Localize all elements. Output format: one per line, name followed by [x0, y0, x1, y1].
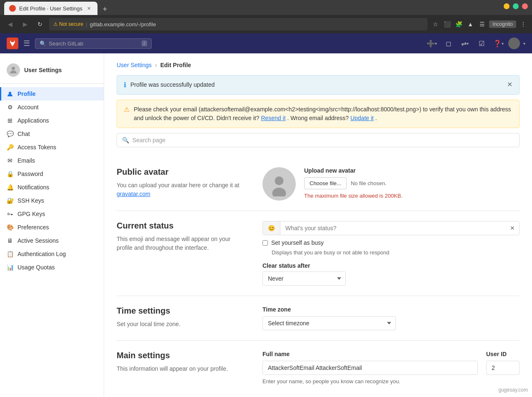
fullname-input[interactable]	[262, 361, 478, 375]
minimize-button[interactable]: —	[504, 3, 510, 9]
file-size-info: The maximum file size allowed is 200KB.	[304, 193, 402, 199]
userid-label: User ID	[486, 351, 520, 357]
settings-sidebar: User Settings Profile ⚙ Account ⊞ Applic…	[0, 53, 104, 397]
avatar-section: Public avatar You can upload your avatar…	[117, 157, 520, 211]
close-button[interactable]: ✕	[522, 3, 528, 9]
extension-icon-2[interactable]: 🧩	[454, 20, 463, 29]
sidebar-label-applications: Applications	[17, 117, 49, 124]
search-page-input[interactable]: 🔍 Search page	[117, 133, 520, 147]
upload-label: Upload new avatar	[304, 167, 402, 174]
resend-link[interactable]: Resend it	[261, 115, 285, 121]
status-text-input[interactable]	[280, 221, 506, 235]
sidebar-item-notifications[interactable]: 🔔 Notifications	[0, 181, 104, 194]
profile-icon	[7, 90, 13, 97]
status-clear-button[interactable]: ✕	[506, 221, 519, 235]
busy-desc: Displays that you are busy or not able t…	[272, 249, 520, 256]
sidebar-label-gpg-keys: GPG Keys	[17, 211, 45, 217]
usage-quotas-icon: 📊	[7, 264, 13, 271]
gitlab-logo[interactable]	[7, 38, 18, 49]
fullname-label: Full name	[262, 351, 478, 357]
fullname-hint: Enter your name, so people you know can …	[262, 378, 478, 384]
breadcrumb-separator: ›	[155, 62, 157, 68]
sidebar-label-account: Account	[17, 104, 39, 111]
merge-requests-button[interactable]: ⇌ ▾	[458, 37, 472, 50]
sidebar-item-preferences[interactable]: 🎨 Preferences	[0, 221, 104, 234]
userid-input[interactable]	[486, 361, 520, 375]
emails-icon: ✉	[7, 157, 13, 164]
time-section: Time settings Set your local time zone. …	[117, 296, 520, 341]
sidebar-label-chat: Chat	[17, 131, 30, 137]
svg-point-0	[12, 67, 15, 70]
bookmark-button[interactable]: ☆	[431, 20, 440, 29]
sidebar-item-ssh-keys[interactable]: 🔐 SSH Keys	[0, 194, 104, 207]
sidebar-item-auth-log[interactable]: 📋 Authentication Log	[0, 247, 104, 261]
todos-button[interactable]: ☑	[475, 37, 488, 50]
sidebar-item-password[interactable]: 🔒 Password	[0, 167, 104, 181]
sidebar-item-access-tokens[interactable]: 🔑 Access Tokens	[0, 141, 104, 154]
user-avatar-button[interactable]	[508, 38, 520, 49]
search-page-icon: 🔍	[122, 137, 129, 143]
forward-button[interactable]: ▶	[19, 18, 31, 30]
reload-button[interactable]: ↻	[34, 18, 46, 30]
applications-icon: ⊞	[7, 117, 13, 124]
update-link[interactable]: Update it	[350, 115, 374, 121]
warning-alert: ⚠ Please check your email (attackersofte…	[117, 100, 520, 128]
help-button[interactable]: ❓ ▾	[492, 37, 505, 50]
sidebar-item-profile[interactable]: Profile	[0, 87, 104, 101]
sidebar-label-notifications: Notifications	[17, 184, 49, 191]
tab-close-btn[interactable]: ✕	[86, 5, 92, 12]
avatar-chevron: ▾	[523, 41, 525, 46]
hamburger-menu[interactable]: ☰	[23, 39, 30, 48]
sidebar-label-ssh-keys: SSH Keys	[17, 197, 44, 204]
extension-icon-1[interactable]: ⬛	[442, 20, 452, 29]
sidebar-label-preferences: Preferences	[17, 224, 49, 231]
status-emoji-button[interactable]: 😊	[263, 221, 280, 235]
busy-checkbox[interactable]	[262, 240, 268, 246]
sidebar-item-gpg-keys[interactable]: 🗝 GPG Keys	[0, 207, 104, 221]
notifications-icon: 🔔	[7, 184, 13, 191]
url-text: gitlab.example.com/-/profile	[90, 21, 156, 28]
sidebar-item-emails[interactable]: ✉ Emails	[0, 154, 104, 167]
timezone-group: Time zone Select timezone	[262, 306, 520, 330]
chat-icon: 💬	[7, 131, 13, 137]
address-bar[interactable]: ⚠ Not secure | gitlab.example.com/-/prof…	[49, 18, 427, 30]
active-tab[interactable]: Edit Profile · User Settings ✕	[4, 2, 97, 15]
warning-icon: ⚠	[124, 106, 130, 113]
menu-button[interactable]: ⋮	[519, 20, 528, 29]
success-message: Profile was successfully updated	[130, 80, 503, 89]
avatar-section-desc: You can upload your avatar here or chang…	[117, 181, 246, 198]
sidebar-item-applications[interactable]: ⊞ Applications	[0, 114, 104, 127]
back-button[interactable]: ◀	[4, 18, 16, 30]
extension-icon-3[interactable]: ▲	[466, 20, 475, 29]
success-alert: ℹ Profile was successfully updated ✕	[117, 75, 520, 95]
timezone-select[interactable]: Select timezone	[262, 316, 396, 330]
ssh-keys-icon: 🔐	[7, 197, 13, 204]
issues-button[interactable]: ◻	[442, 37, 455, 50]
maximize-button[interactable]: □	[513, 3, 519, 9]
breadcrumb-parent-link[interactable]: User Settings	[117, 62, 152, 68]
tab-favicon	[9, 5, 16, 12]
gravatar-link[interactable]: gravatar.com	[117, 191, 150, 197]
sidebar-item-chat[interactable]: 💬 Chat	[0, 127, 104, 141]
new-tab-button[interactable]: +	[99, 3, 111, 15]
status-section-title: Current status	[117, 221, 246, 231]
sidebar-label-usage-quotas: Usage Quotas	[17, 264, 55, 271]
clear-status-select[interactable]: Never	[262, 271, 346, 286]
busy-label[interactable]: Set yourself as busy	[271, 239, 324, 246]
choose-file-button[interactable]: Choose file...	[304, 177, 347, 189]
sidebar-toggle[interactable]: ☰	[477, 20, 487, 29]
breadcrumb: User Settings › Edit Profile	[117, 62, 520, 68]
password-icon: 🔒	[7, 171, 13, 177]
no-file-text: No file chosen.	[351, 180, 387, 186]
create-new-button[interactable]: ➕ ▾	[425, 37, 438, 50]
success-alert-close[interactable]: ✕	[507, 80, 512, 88]
sidebar-item-account[interactable]: ⚙ Account	[0, 101, 104, 114]
global-search[interactable]: 🔍 Search GitLab /	[35, 38, 152, 49]
sidebar-label-emails: Emails	[17, 157, 35, 164]
main-settings-title: Main settings	[117, 351, 246, 360]
sidebar-item-usage-quotas[interactable]: 📊 Usage Quotas	[0, 261, 104, 274]
sidebar-item-active-sessions[interactable]: 🖥 Active Sessions	[0, 234, 104, 247]
sidebar-user-header: User Settings	[0, 60, 104, 84]
main-settings-grid: Full name Enter your name, so people you…	[262, 351, 520, 384]
search-page-placeholder: Search page	[132, 137, 165, 143]
